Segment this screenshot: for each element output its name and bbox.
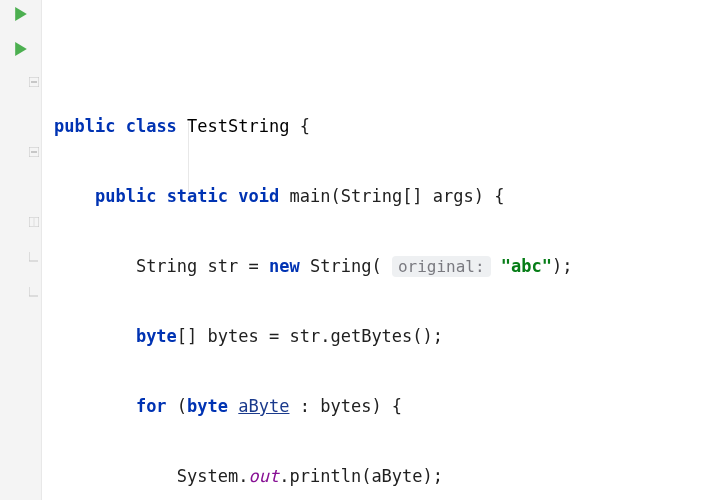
fold-region-icon[interactable] bbox=[29, 252, 39, 262]
keyword: for bbox=[136, 396, 167, 416]
editor-panel: public class TestString { public static … bbox=[0, 0, 705, 500]
keyword: new bbox=[269, 256, 300, 276]
keyword: static bbox=[167, 186, 228, 206]
fold-minus-icon[interactable] bbox=[29, 77, 39, 87]
keyword: void bbox=[238, 186, 279, 206]
var: str bbox=[289, 326, 320, 346]
method-call: getBytes bbox=[330, 326, 412, 346]
field-ref: out bbox=[249, 466, 280, 486]
string-literal: "abc" bbox=[501, 256, 552, 276]
method-call: println bbox=[289, 466, 361, 486]
run-icon[interactable] bbox=[15, 42, 27, 56]
type: String bbox=[136, 256, 197, 276]
keyword: public bbox=[95, 186, 156, 206]
keyword: public bbox=[54, 116, 115, 136]
keyword: class bbox=[126, 116, 177, 136]
fold-region-icon[interactable] bbox=[29, 287, 39, 297]
svg-marker-0 bbox=[15, 7, 27, 21]
run-icon[interactable] bbox=[15, 7, 27, 21]
type: String bbox=[341, 186, 402, 206]
keyword: byte bbox=[187, 396, 228, 416]
arg: aByte bbox=[371, 466, 422, 486]
class-ref: System bbox=[177, 466, 238, 486]
class-ref: String bbox=[310, 256, 371, 276]
svg-marker-1 bbox=[15, 42, 27, 56]
editor-gutter bbox=[0, 0, 42, 500]
fold-minus-icon[interactable] bbox=[29, 147, 39, 157]
class-name: TestString bbox=[187, 116, 289, 136]
param: args bbox=[433, 186, 474, 206]
method-name: main bbox=[290, 186, 331, 206]
keyword: byte bbox=[136, 326, 177, 346]
fold-region-icon[interactable] bbox=[29, 217, 39, 227]
code-area[interactable]: public class TestString { public static … bbox=[42, 0, 705, 500]
var: bytes bbox=[208, 326, 259, 346]
var: str bbox=[208, 256, 239, 276]
loop-var: aByte bbox=[238, 396, 289, 416]
var: bytes bbox=[320, 396, 371, 416]
parameter-hint: original: bbox=[392, 256, 491, 277]
